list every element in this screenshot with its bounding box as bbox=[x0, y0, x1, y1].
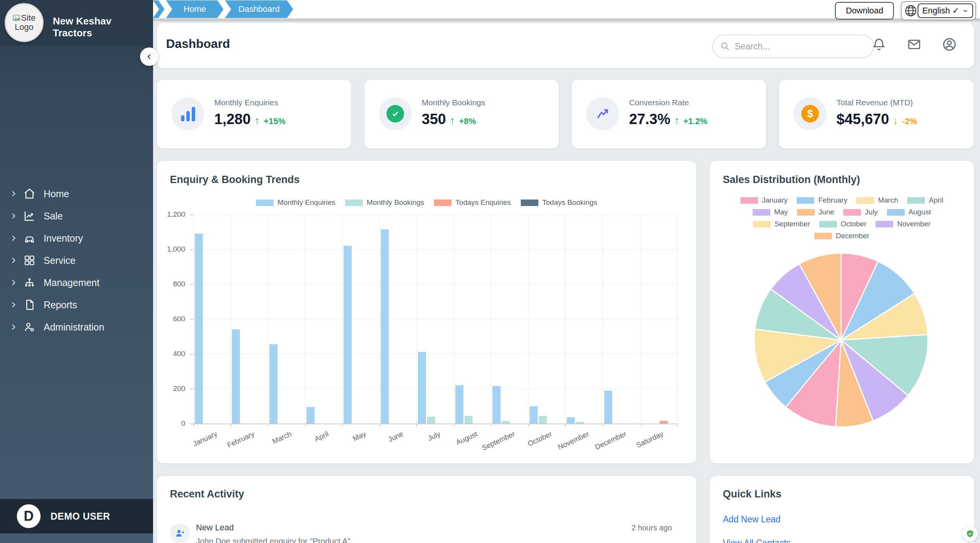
bar-monthly-enquiries-july bbox=[418, 352, 426, 424]
sidebar-item-management[interactable]: Management bbox=[9, 274, 153, 291]
pie-chart bbox=[753, 252, 929, 428]
sidebar-item-label: Home bbox=[44, 188, 69, 200]
sidebar-item-label: Management bbox=[44, 277, 99, 288]
gridline bbox=[640, 214, 640, 424]
gridline bbox=[305, 214, 305, 424]
legend-item[interactable]: March bbox=[856, 196, 898, 204]
x-tick-label: October bbox=[491, 430, 553, 465]
legend-label: July bbox=[865, 208, 878, 216]
sidebar-item-home[interactable]: Home bbox=[9, 185, 153, 202]
page-title: Dashboard bbox=[166, 37, 230, 51]
search-icon bbox=[720, 41, 730, 51]
sidebar-item-sale[interactable]: Sale bbox=[9, 208, 153, 224]
sidebar-item-reports[interactable]: Reports bbox=[9, 296, 153, 313]
x-tick bbox=[305, 424, 306, 427]
legend-item[interactable]: November bbox=[876, 220, 931, 228]
gridline bbox=[379, 214, 380, 424]
y-tick bbox=[190, 424, 193, 424]
legend-label: August bbox=[908, 208, 931, 216]
legend-item[interactable]: April bbox=[907, 196, 943, 204]
bar-monthly-enquiries-october bbox=[530, 406, 538, 424]
sidebar-header: Site Logo New Keshav Tractors bbox=[0, 0, 153, 46]
gridline bbox=[193, 389, 677, 389]
y-tick bbox=[190, 389, 193, 389]
notifications-bell-icon[interactable] bbox=[871, 37, 887, 52]
bar-chart-icon bbox=[171, 97, 204, 130]
legend-item[interactable]: December bbox=[814, 232, 869, 240]
breadcrumb-home[interactable]: Home bbox=[166, 0, 223, 18]
legend-label: February bbox=[818, 196, 847, 204]
logo-text-line2: Logo bbox=[15, 23, 34, 32]
x-tick-label: November bbox=[528, 430, 590, 465]
x-tick-label: January bbox=[156, 430, 219, 465]
stat-value: $45,670 bbox=[837, 111, 889, 128]
chevron-right-icon bbox=[9, 323, 18, 331]
breadcrumb: Home Dashboard bbox=[153, 0, 295, 18]
chevron-right-icon bbox=[9, 234, 18, 242]
legend-item[interactable]: October bbox=[819, 220, 867, 228]
stat-card-monthly-enquiries: Monthly Enquiries 1,280 ↑ +15% bbox=[157, 80, 351, 149]
bar-monthly-enquiries-june bbox=[381, 229, 389, 424]
logo-text-line1: Site bbox=[21, 13, 36, 23]
bar-monthly-bookings-november bbox=[576, 422, 584, 424]
view-all-contacts-link[interactable]: View All Contacts bbox=[723, 538, 791, 543]
profile-icon[interactable] bbox=[942, 37, 957, 52]
sidebar-collapse-button[interactable] bbox=[140, 47, 158, 66]
legend-item[interactable]: May bbox=[753, 208, 788, 216]
sidebar-item-label: Service bbox=[44, 255, 75, 266]
gridline bbox=[193, 249, 677, 250]
bar-monthly-bookings-october bbox=[539, 416, 547, 424]
legend-swatch bbox=[887, 209, 905, 216]
bar-monthly-enquiries-january bbox=[195, 234, 203, 424]
language-selector[interactable]: English ✓ bbox=[901, 1, 976, 20]
sidebar-item-service[interactable]: Service bbox=[9, 252, 153, 269]
legend-swatch bbox=[819, 221, 837, 227]
pie-chart-title: Sales Distribution (Monthly) bbox=[723, 174, 860, 186]
gridline bbox=[342, 214, 342, 424]
search-input[interactable] bbox=[734, 41, 846, 52]
sales-distribution-card: Sales Distribution (Monthly) JanuaryFebr… bbox=[710, 161, 974, 463]
legend-item[interactable]: June bbox=[797, 208, 834, 216]
gridline bbox=[193, 284, 677, 285]
sidebar-item-label: Inventory bbox=[44, 233, 83, 244]
legend-item[interactable]: August bbox=[887, 208, 931, 216]
y-tick bbox=[190, 214, 193, 215]
bar-monthly-enquiries-april bbox=[307, 407, 315, 424]
sidebar-item-label: Sale bbox=[44, 211, 63, 222]
y-tick bbox=[190, 249, 193, 250]
legend-swatch bbox=[753, 221, 771, 227]
legend-item[interactable]: January bbox=[740, 196, 788, 204]
add-new-lead-link[interactable]: Add New Lead bbox=[723, 514, 781, 525]
legend-item[interactable]: September bbox=[753, 220, 810, 228]
stat-value: 27.3% bbox=[629, 111, 670, 128]
mail-icon[interactable] bbox=[907, 37, 922, 52]
legend-item[interactable]: July bbox=[843, 208, 878, 216]
quick-links-card: Quick Links Add New Lead View All Contac… bbox=[710, 476, 974, 543]
top-actions: Download English ✓ bbox=[835, 1, 976, 20]
user-name: DEMO USER bbox=[51, 511, 110, 522]
chevron-right-icon bbox=[9, 256, 18, 265]
download-button[interactable]: Download bbox=[835, 2, 894, 20]
shield-check-badge[interactable] bbox=[962, 526, 978, 541]
gridline bbox=[193, 214, 677, 215]
trend-up-icon: ↑ bbox=[674, 114, 680, 127]
gridline bbox=[565, 214, 566, 424]
breadcrumb-tail bbox=[153, 0, 165, 18]
legend-swatch bbox=[797, 197, 814, 204]
sidebar-item-inventory[interactable]: Inventory bbox=[9, 230, 153, 247]
brand-name: New Keshav Tractors bbox=[53, 15, 153, 39]
legend-label: May bbox=[774, 208, 788, 216]
sidebar-item-administration[interactable]: Administration bbox=[9, 319, 153, 335]
chevron-down-icon bbox=[962, 8, 969, 14]
legend-item[interactable]: February bbox=[797, 196, 847, 204]
breadcrumb-dashboard[interactable]: Dashboard bbox=[225, 0, 293, 18]
site-logo: Site Logo bbox=[5, 3, 44, 42]
globe-icon bbox=[904, 4, 918, 18]
chart-line-icon bbox=[23, 209, 36, 222]
trend-down-icon: ↓ bbox=[893, 114, 898, 127]
legend-label: October bbox=[841, 220, 867, 228]
legend-label: June bbox=[819, 208, 834, 216]
x-tick bbox=[230, 424, 231, 427]
bar-todays-enquiries-saturday bbox=[660, 421, 668, 424]
pie-chart-legend: JanuaryFebruaryMarchAprilMayJuneJulyAugu… bbox=[710, 196, 974, 240]
